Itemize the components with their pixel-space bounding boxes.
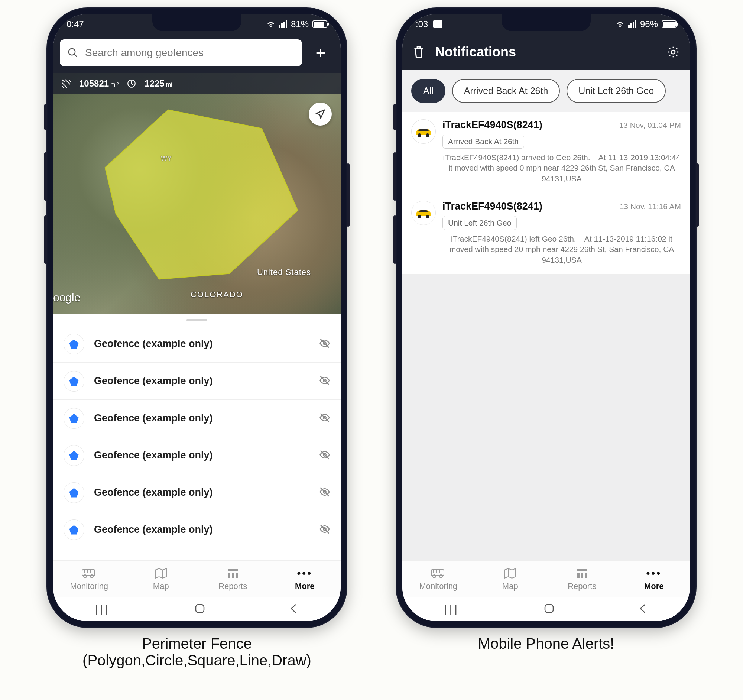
pentagon-icon [64,408,84,429]
tab-monitoring[interactable]: Monitoring [53,561,125,598]
map-icon [155,568,167,579]
trash-icon[interactable] [413,45,425,59]
svg-marker-4 [70,339,79,349]
notification-card[interactable]: iTrackEF4940S(8241)13 Nov, 11:16 AMUnit … [403,193,690,275]
phone-notch [502,14,591,31]
nav-back[interactable] [289,603,299,616]
nav-home[interactable] [194,603,206,616]
map-view[interactable]: 105821mi² 1225mi WY COLORADO United Stat… [53,73,340,314]
notification-time: 13 Nov, 01:04 PM [619,121,681,130]
reports-icon [227,568,238,579]
map-label-co: COLORADO [191,290,243,299]
map-attribution: oogle [53,291,80,304]
svg-point-37 [426,133,429,137]
notification-list: iTrackEF4940S(8241)13 Nov, 01:04 PMArriv… [403,112,690,560]
android-navbar: ||| [403,598,690,621]
visibility-toggle[interactable] [319,338,330,350]
add-geofence-button[interactable]: + [307,43,334,63]
notifications-header: Notifications [403,34,690,70]
notification-time: 13 Nov, 11:16 AM [620,202,681,211]
wifi-icon [266,21,275,28]
filter-chips: All Arrived Back At 26th Unit Left 26th … [403,70,690,112]
svg-rect-30 [228,569,238,571]
more-icon: ••• [647,567,662,579]
geofence-name: Geofence (example only) [94,450,309,461]
visibility-toggle[interactable] [319,412,330,425]
chip-all[interactable]: All [411,79,446,103]
tab-label: Reports [568,582,596,591]
notification-card[interactable]: iTrackEF4940S(8241)13 Nov, 01:04 PMArriv… [403,112,690,193]
nav-back[interactable] [638,603,648,616]
map-label-wy: WY [161,155,172,162]
tab-map[interactable]: Map [474,561,546,598]
tab-more[interactable]: ••• More [269,561,341,598]
tab-reports[interactable]: Reports [197,561,269,598]
tab-reports[interactable]: Reports [546,561,618,598]
gear-icon[interactable] [667,46,679,58]
tab-monitoring[interactable]: Monitoring [403,561,474,598]
svg-marker-16 [70,488,79,497]
car-icon [411,119,436,144]
android-navbar: ||| [53,598,340,621]
search-input[interactable] [85,47,295,59]
tab-label: Map [153,582,169,591]
chip-left[interactable]: Unit Left 26th Geo [567,79,666,103]
tab-more[interactable]: ••• More [618,561,690,598]
tab-label: Monitoring [419,582,457,591]
sheet-drag-handle[interactable] [53,314,340,326]
svg-point-0 [69,49,75,55]
pentagon-icon [64,482,84,503]
geofence-row[interactable]: Geofence (example only) [53,437,340,474]
pentagon-icon [64,371,84,392]
search-box[interactable] [60,39,302,66]
svg-marker-10 [70,414,79,423]
geofence-row[interactable]: Geofence (example only) [53,363,340,400]
notification-title: iTrackEF4940S(8241) [443,119,614,131]
tab-label: Map [502,582,518,591]
phone-notch [152,14,241,31]
geofence-name: Geofence (example only) [94,487,309,498]
pentagon-icon [64,445,84,466]
nav-home[interactable] [543,603,555,616]
svg-marker-3 [105,110,297,279]
visibility-toggle[interactable] [319,524,330,536]
more-icon: ••• [297,567,312,579]
svg-marker-7 [70,376,79,386]
geofence-polygon[interactable] [53,73,340,314]
nav-recents[interactable]: ||| [444,603,460,616]
phone-frame-left: 0:47 81% + [46,7,347,628]
visibility-toggle[interactable] [319,375,330,388]
notification-tag: Unit Left 26th Geo [443,216,517,230]
svg-line-1 [74,54,77,57]
reports-icon [577,568,588,579]
geofence-list: Geofence (example only)Geofence (example… [53,326,340,560]
phone-frame-right: :03 96% Notifications A [396,7,697,628]
chip-arrived[interactable]: Arrived Back At 26th [452,79,560,103]
car-icon [411,201,436,225]
geofence-row[interactable]: Geofence (example only) [53,511,340,548]
bottom-tabbar: Monitoring Map Reports ••• More [403,560,690,598]
geofence-row[interactable]: Geofence (example only) [53,326,340,363]
search-icon [67,47,78,58]
geofence-row[interactable]: Geofence (example only) [53,474,340,511]
geofence-row[interactable]: Geofence (example only) [53,400,340,437]
battery-percent: 81% [291,19,309,30]
svg-point-35 [671,50,675,54]
visibility-toggle[interactable] [319,449,330,462]
battery-icon [312,21,327,28]
pentagon-icon [64,334,84,354]
svg-point-38 [417,215,421,219]
tab-map[interactable]: Map [125,561,197,598]
wifi-icon [616,21,625,28]
svg-rect-33 [235,573,238,578]
nav-recents[interactable]: ||| [95,603,110,616]
notification-description: iTrackEF4940S(8241) left Geo 26th. At 11… [443,234,681,265]
battery-icon [662,21,676,28]
signal-icon [628,21,636,28]
tab-label: More [295,582,315,591]
signal-icon [279,21,287,28]
battery-percent: 96% [640,19,658,30]
tab-label: Monitoring [70,582,108,591]
map-icon [504,568,517,579]
visibility-toggle[interactable] [319,486,330,499]
